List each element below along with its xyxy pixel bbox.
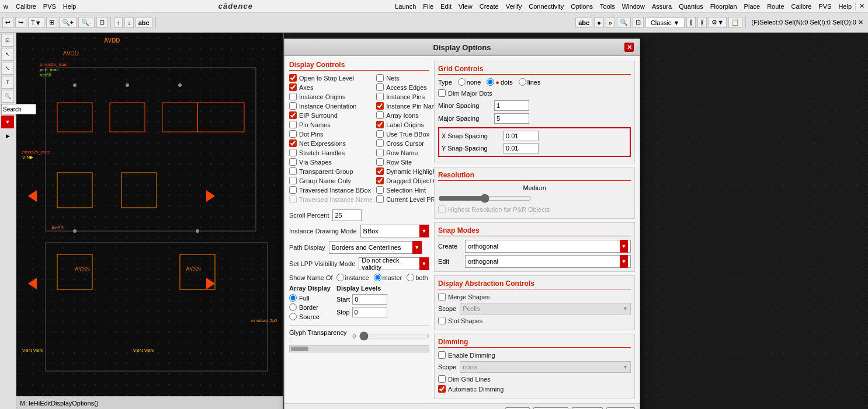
checkbox-automatic-dimming[interactable] bbox=[438, 385, 446, 393]
check-group-name-only[interactable]: Group Name Only bbox=[289, 177, 373, 184]
right-menu-window[interactable]: Window bbox=[619, 3, 648, 10]
search-go-button[interactable]: ▼ bbox=[1, 116, 14, 128]
checkbox-transparent-group[interactable] bbox=[289, 167, 297, 175]
right-menu-help2[interactable]: Help bbox=[835, 3, 855, 10]
radio-instance-label[interactable]: instance bbox=[336, 274, 369, 281]
left-tool-3[interactable]: ⤡ bbox=[1, 62, 14, 75]
checkbox-instance-orientation[interactable] bbox=[289, 102, 297, 110]
right-menu-quantus[interactable]: Quantus bbox=[675, 3, 707, 10]
toolbar-icon-b5[interactable]: ⟫ bbox=[686, 17, 696, 28]
scroll-percent-input[interactable] bbox=[332, 209, 362, 221]
checkbox-array-icons[interactable] bbox=[376, 111, 384, 119]
start-input[interactable] bbox=[352, 294, 387, 305]
radio-none-label[interactable]: none bbox=[458, 78, 481, 86]
radio-lines[interactable] bbox=[519, 78, 526, 86]
lpp-select[interactable]: Do not check validity ▼ bbox=[359, 257, 429, 270]
right-menu-route[interactable]: Route bbox=[763, 3, 787, 10]
path-display-select[interactable]: Borders and Centerlines ▼ bbox=[329, 241, 422, 254]
check-net-expressions[interactable]: Net Expressions bbox=[289, 139, 373, 147]
check-eip-surround[interactable]: EIP Surround bbox=[289, 111, 373, 119]
check-instance-orientation[interactable]: Instance Orientation bbox=[289, 102, 373, 110]
x-snap-input[interactable] bbox=[504, 131, 539, 141]
checkbox-nets[interactable] bbox=[376, 74, 384, 82]
major-spacing-input[interactable] bbox=[494, 113, 529, 124]
radio-array-source[interactable] bbox=[289, 313, 297, 320]
right-menu-connectivity[interactable]: Connectivity bbox=[525, 3, 567, 10]
instance-drawing-select[interactable]: BBox ▼ bbox=[360, 225, 429, 237]
checkbox-group-name-only[interactable] bbox=[289, 177, 297, 184]
right-menu-floorplan[interactable]: Floorplan bbox=[707, 3, 741, 10]
toolbar-icon-2[interactable]: ↪ bbox=[15, 17, 26, 28]
right-menu-file[interactable]: File bbox=[419, 3, 437, 10]
right-menu-calibre2[interactable]: Calibre bbox=[788, 3, 815, 10]
left-tool-4[interactable]: T bbox=[1, 76, 14, 89]
toolbar-icon-7[interactable]: ⊡ bbox=[96, 17, 107, 28]
left-menu-w[interactable]: w bbox=[0, 3, 12, 10]
toolbar-icon-5[interactable]: 🔍+ bbox=[59, 17, 77, 28]
check-stretch-handles[interactable]: Stretch Handles bbox=[289, 149, 373, 156]
enable-dimming-row[interactable]: Enable Dimming bbox=[438, 351, 631, 359]
right-menu-verify[interactable]: Verify bbox=[502, 3, 526, 10]
radio-none[interactable] bbox=[458, 78, 466, 86]
left-menu-help[interactable]: Help bbox=[60, 3, 80, 10]
search-input[interactable]: Search bbox=[1, 104, 36, 114]
checkbox-selection-hint[interactable] bbox=[376, 186, 384, 194]
modal-scrollbar[interactable] bbox=[289, 345, 429, 352]
radio-array-full[interactable] bbox=[289, 294, 297, 302]
toolbar-icon-b2[interactable]: » bbox=[606, 18, 615, 28]
checkbox-eip-surround[interactable] bbox=[289, 111, 297, 119]
edit-snap-select[interactable]: orthogonal ▼ bbox=[465, 255, 631, 268]
minor-spacing-input[interactable] bbox=[494, 100, 529, 111]
toolbar-icon-b6[interactable]: ⟪ bbox=[697, 17, 707, 28]
checkbox-open-stop[interactable] bbox=[289, 74, 297, 82]
automatic-dimming-row[interactable]: Automatic Dimming bbox=[438, 385, 631, 393]
checkbox-net-expressions[interactable] bbox=[289, 139, 297, 147]
check-pin-names[interactable]: Pin Names bbox=[289, 121, 373, 128]
toolbar-icon-b1[interactable]: ● bbox=[594, 18, 604, 28]
checkbox-dynamic-highlight[interactable] bbox=[376, 167, 384, 175]
toolbar-icon-b7[interactable]: 📋 bbox=[728, 17, 742, 28]
right-menu-edit[interactable]: Edit bbox=[437, 3, 455, 10]
checkbox-pin-names[interactable] bbox=[289, 121, 297, 128]
radio-both-label[interactable]: both bbox=[407, 274, 428, 281]
right-menu-place[interactable]: Place bbox=[741, 3, 764, 10]
check-traversed-name[interactable]: Traversed Instance Name bbox=[289, 195, 373, 203]
right-menu-create[interactable]: Create bbox=[476, 3, 502, 10]
checkbox-stretch-handles[interactable] bbox=[289, 149, 297, 156]
checkbox-slot-shapes[interactable] bbox=[438, 317, 446, 324]
checkbox-enable-dimming[interactable] bbox=[438, 351, 446, 359]
left-menu-pvs[interactable]: PVS bbox=[40, 3, 60, 10]
check-instance-origins[interactable]: Instance Origins bbox=[289, 93, 373, 100]
left-menu-calibre[interactable]: Calibre bbox=[12, 3, 40, 10]
toolbar-icon-9[interactable]: ↓ bbox=[124, 18, 134, 28]
checkbox-current-level-pr[interactable] bbox=[376, 195, 384, 203]
right-menu-tools[interactable]: Tools bbox=[596, 3, 619, 10]
checkbox-row-site[interactable] bbox=[376, 158, 384, 166]
right-menu-launch[interactable]: Launch bbox=[391, 3, 419, 10]
schematic-canvas[interactable]: ⊡ ↖ ⤡ T 🔍 Search ▼ ▶ AVDD pmos2v_mac pch… bbox=[0, 33, 284, 409]
toolbar-icon-1[interactable]: ↩ bbox=[2, 17, 13, 28]
toolbar-gear-icon[interactable]: ⚙▼ bbox=[709, 17, 727, 28]
check-open-stop[interactable]: Open to Stop Level bbox=[289, 74, 373, 82]
checkbox-dim-grid-lines[interactable] bbox=[438, 375, 446, 383]
checkbox-dragged-ghost[interactable] bbox=[376, 177, 384, 184]
radio-both[interactable] bbox=[407, 274, 414, 281]
radio-array-border[interactable] bbox=[289, 303, 297, 311]
radio-master-label[interactable]: master bbox=[374, 274, 402, 281]
checkbox-instance-pin-names[interactable] bbox=[376, 102, 384, 110]
merge-shapes-row[interactable]: Merge Shapes bbox=[438, 293, 631, 300]
toolbar-icon-b4[interactable]: ⊡ bbox=[633, 17, 644, 28]
y-snap-input[interactable] bbox=[504, 143, 539, 153]
toolbar-icon-6[interactable]: 🔍- bbox=[78, 17, 95, 28]
resolution-slider[interactable] bbox=[438, 194, 532, 203]
checkbox-row-name[interactable] bbox=[376, 149, 384, 156]
canvas-grid[interactable]: AVDD pmos2v_mac pch_mac net55 nmos2v_mac… bbox=[16, 33, 283, 396]
checkbox-access-edges[interactable] bbox=[376, 83, 384, 91]
checkbox-dim-major-dots[interactable] bbox=[438, 89, 446, 97]
checkbox-use-true-bbox[interactable] bbox=[376, 130, 384, 138]
checkbox-label-origins[interactable] bbox=[376, 121, 384, 128]
check-traversed-bbox[interactable]: Traversed Instance BBox bbox=[289, 186, 373, 194]
toolbar-icon-abc[interactable]: abc bbox=[136, 18, 152, 28]
left-tool-1[interactable]: ⊡ bbox=[1, 34, 14, 47]
checkbox-highest-resolution[interactable] bbox=[438, 205, 446, 213]
